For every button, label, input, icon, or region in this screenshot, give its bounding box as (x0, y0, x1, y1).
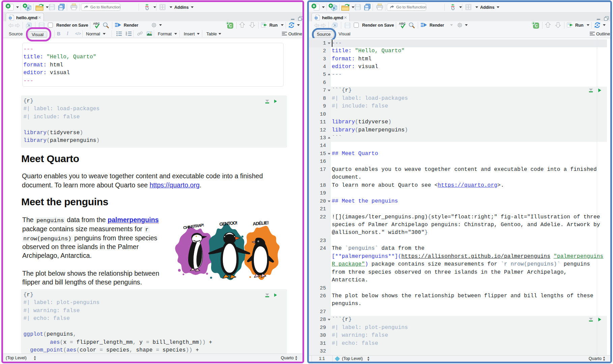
svg-text:GENTOO!: GENTOO! (219, 220, 238, 227)
svg-text:ADÉLIE!: ADÉLIE! (253, 220, 269, 226)
